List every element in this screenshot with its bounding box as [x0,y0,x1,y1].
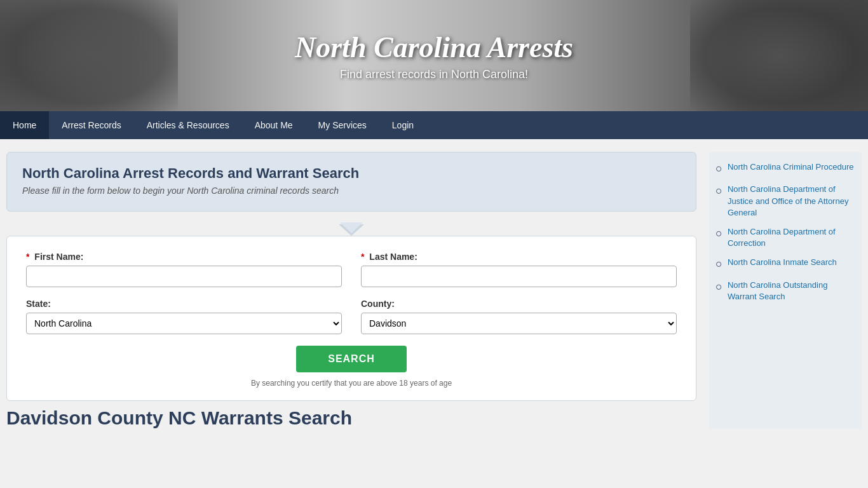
nav-item-about[interactable]: About Me [242,111,306,139]
main-column: North Carolina Arrest Records and Warran… [6,152,696,429]
main-nav: Home Arrest Records Articles & Resources… [0,111,868,139]
header-right-decoration [690,0,868,111]
sidebar-link-3[interactable]: North Carolina Inmate Search [728,257,837,268]
first-name-input[interactable] [26,266,342,287]
site-header: North Carolina Arrests Find arrest recor… [0,0,868,111]
nav-item-arrest-records[interactable]: Arrest Records [49,111,133,139]
first-name-label: * First Name: [26,252,342,262]
search-box-subtitle: Please fill in the form below to begin y… [22,186,681,196]
form-group-last-name: * Last Name: [361,252,677,287]
state-label: State: [26,299,342,309]
search-button[interactable]: SEARCH [296,346,407,372]
header-text-group: North Carolina Arrests Find arrest recor… [295,30,573,81]
sidebar-link-4[interactable]: North Carolina Outstanding Warrant Searc… [728,280,855,302]
form-group-state: State: North Carolina [26,299,342,334]
search-disclaimer: By searching you certify that you are ab… [26,379,677,388]
state-select[interactable]: North Carolina [26,313,342,334]
sidebar-link-0[interactable]: North Carolina Criminal Procedure [728,161,854,173]
county-select[interactable]: Davidson Wake Mecklenburg Guilford Forsy… [361,313,677,334]
form-row-location: State: North Carolina County: Davidson W… [26,299,677,334]
site-title: North Carolina Arrests [295,30,573,64]
nav-item-articles[interactable]: Articles & Resources [134,111,242,139]
nav-item-home[interactable]: Home [0,111,49,139]
form-group-first-name: * First Name: [26,252,342,287]
first-name-required: * [26,252,29,262]
sidebar-link-item-1: ○ North Carolina Department of Justice a… [715,184,855,219]
sidebar-link-1[interactable]: North Carolina Department of Justice and… [728,184,855,219]
last-name-label: * Last Name: [361,252,677,262]
sidebar-link-item-0: ○ North Carolina Criminal Procedure [715,161,855,176]
sidebar-link-item-3: ○ North Carolina Inmate Search [715,257,855,271]
triangle-pointer [339,224,364,236]
sidebar-bullet-3: ○ [715,257,722,271]
sidebar-link-item-4: ○ North Carolina Outstanding Warrant Sea… [715,280,855,302]
site-subtitle: Find arrest records in North Carolina! [295,68,573,81]
sidebar-bullet-2: ○ [715,226,722,241]
sidebar-bullet-0: ○ [715,161,722,176]
sidebar-bullet-4: ○ [715,280,722,294]
search-box-title: North Carolina Arrest Records and Warran… [22,165,681,182]
sidebar-link-item-2: ○ North Carolina Department of Correctio… [715,226,855,249]
form-group-county: County: Davidson Wake Mecklenburg Guilfo… [361,299,677,334]
sidebar: ○ North Carolina Criminal Procedure ○ No… [709,152,862,429]
page-content: North Carolina Arrest Records and Warran… [0,139,868,442]
search-box-header: North Carolina Arrest Records and Warran… [6,152,696,212]
last-name-required: * [361,252,364,262]
last-name-input[interactable] [361,266,677,287]
page-heading: Davidson County NC Warrants Search [6,407,696,429]
search-button-row: SEARCH [26,346,677,372]
county-label: County: [361,299,677,309]
sidebar-bullet-1: ○ [715,184,722,198]
nav-item-services[interactable]: My Services [306,111,379,139]
header-left-decoration [0,0,178,111]
search-form: * First Name: * Last Name: State: [6,236,696,401]
sidebar-link-2[interactable]: North Carolina Department of Correction [728,226,855,249]
nav-inner: Home Arrest Records Articles & Resources… [0,111,868,139]
form-row-name: * First Name: * Last Name: [26,252,677,287]
nav-item-login[interactable]: Login [379,111,426,139]
